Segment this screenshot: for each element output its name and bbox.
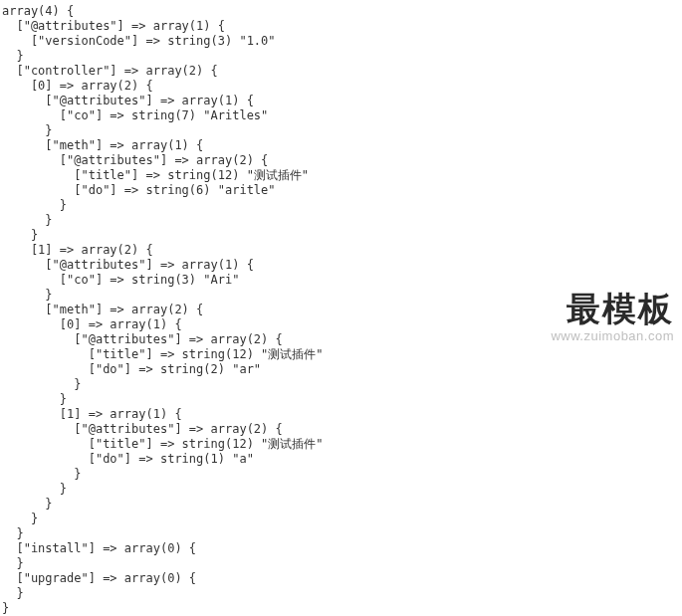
code-line: } [2,482,680,497]
code-line: } [2,601,680,616]
php-vardump-output: array(4) { ["@attributes"] => array(1) {… [0,0,682,616]
code-line: ["do"] => string(1) "a" [2,452,680,467]
code-line: ["@attributes"] => array(2) { [2,153,680,168]
code-line: ["meth"] => array(1) { [2,138,680,153]
code-line: ["do"] => string(6) "aritle" [2,183,680,198]
code-line: ["co"] => string(3) "Ari" [2,273,680,288]
code-line: ["upgrade"] => array(0) { [2,571,680,586]
code-line: array(4) { [2,4,680,19]
code-line: ["install"] => array(0) { [2,541,680,556]
code-line: [0] => array(1) { [2,317,680,332]
code-line: } [2,586,680,601]
code-line: } [2,228,680,243]
code-line: ["versionCode"] => string(3) "1.0" [2,34,680,49]
code-line: } [2,377,680,392]
code-line: ["@attributes"] => array(2) { [2,332,680,347]
code-line: ["title"] => string(12) "测试插件" [2,347,680,362]
code-line: } [2,123,680,138]
code-line: } [2,288,680,303]
code-line: } [2,467,680,482]
code-line: [1] => array(1) { [2,407,680,422]
code-line: } [2,497,680,512]
code-line: ["@attributes"] => array(1) { [2,94,680,108]
code-line: } [2,198,680,213]
code-line: ["title"] => string(12) "测试插件" [2,437,680,452]
code-line: ["title"] => string(12) "测试插件" [2,168,680,183]
code-line: } [2,526,680,541]
code-line: [1] => array(2) { [2,243,680,258]
code-line: } [2,556,680,571]
code-line: ["@attributes"] => array(1) { [2,258,680,273]
code-line: } [2,512,680,526]
code-line: [0] => array(2) { [2,79,680,94]
code-line: ["@attributes"] => array(2) { [2,422,680,437]
code-line: ["meth"] => array(2) { [2,303,680,317]
code-line: } [2,392,680,407]
code-line: } [2,213,680,228]
code-line: ["do"] => string(2) "ar" [2,362,680,377]
code-line: } [2,49,680,64]
code-line: ["controller"] => array(2) { [2,64,680,79]
code-line: ["co"] => string(7) "Aritles" [2,108,680,123]
code-line: ["@attributes"] => array(1) { [2,19,680,34]
